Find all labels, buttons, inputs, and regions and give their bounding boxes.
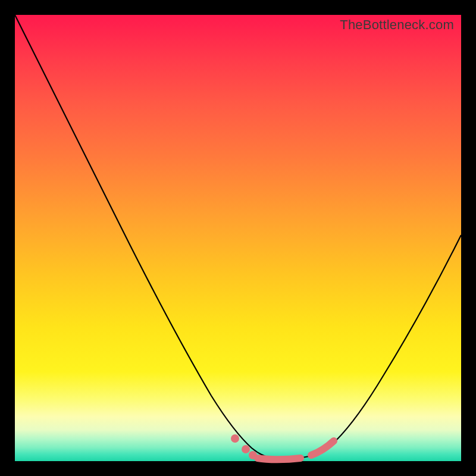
- curve-point-marker: [231, 434, 239, 443]
- bottleneck-curve: [15, 15, 461, 459]
- curve-layer: [15, 15, 461, 461]
- curve-point-marker: [242, 445, 250, 453]
- outer-frame: TheBottleneck.com: [0, 0, 476, 476]
- optimal-range-marker: [258, 458, 300, 459]
- plot-area: TheBottleneck.com: [15, 15, 461, 461]
- curve-point-marker: [249, 451, 257, 459]
- right-knee-marker: [311, 441, 334, 455]
